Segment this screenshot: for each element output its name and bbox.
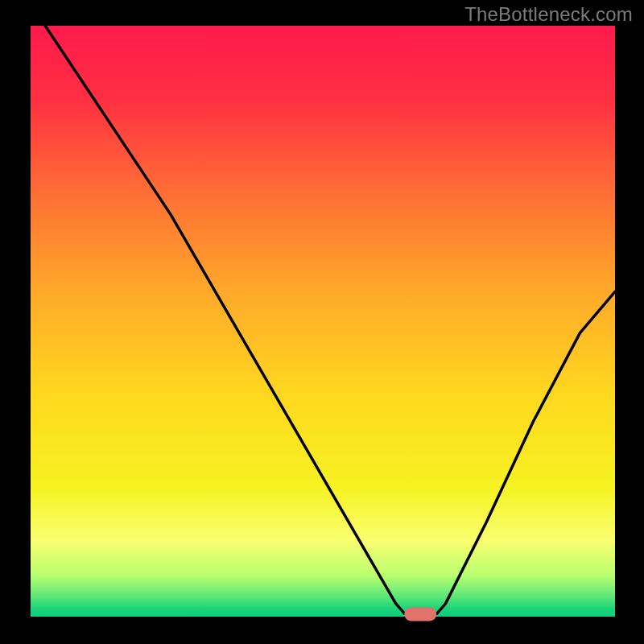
chart-frame: TheBottleneck.com xyxy=(0,0,644,644)
bottleneck-chart xyxy=(0,0,644,644)
optimal-marker xyxy=(404,608,436,621)
plot-background xyxy=(31,26,615,617)
watermark-text: TheBottleneck.com xyxy=(464,3,633,26)
